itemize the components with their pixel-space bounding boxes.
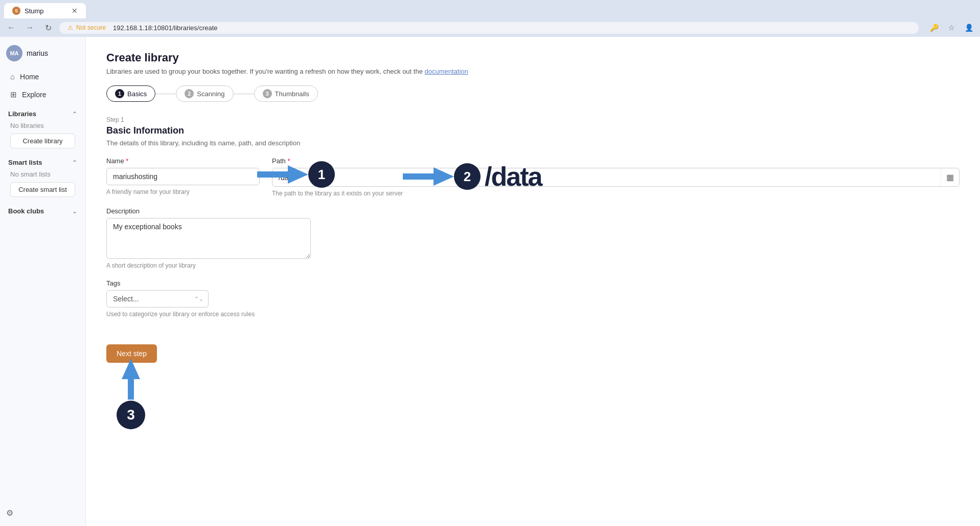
forward-button[interactable]: → bbox=[22, 20, 37, 35]
browser-icons: 🔑 ☆ 👤 bbox=[927, 20, 976, 35]
libraries-section-title: Libraries bbox=[8, 110, 36, 118]
name-required-star: * bbox=[126, 157, 128, 165]
step-1-number: 1 bbox=[115, 89, 124, 98]
step-2-label: Scanning bbox=[197, 90, 224, 98]
libraries-empty-text: No libraries bbox=[6, 120, 79, 132]
browser-chrome: S Stump ✕ ← → ↻ ⚠ Not secure 192.168.1.1… bbox=[0, 0, 980, 37]
app-layout: MA marius ⌂ Home ⊞ Explore Libraries ⌃ N… bbox=[0, 37, 980, 526]
description-form-group: Description My exceptional books A short… bbox=[106, 207, 960, 269]
browser-tab[interactable]: S Stump ✕ bbox=[4, 3, 86, 18]
security-icon: ⚠ bbox=[67, 24, 73, 31]
create-smart-list-button[interactable]: Create smart list bbox=[10, 182, 75, 197]
password-icon-btn[interactable]: 🔑 bbox=[927, 20, 941, 35]
tags-select-wrapper: Select... bbox=[106, 290, 209, 308]
settings-icon[interactable]: ⚙ bbox=[0, 504, 85, 522]
sidebar-book-clubs-section: Book clubs ⌄ bbox=[0, 201, 85, 219]
tab-favicon: S bbox=[12, 7, 20, 15]
step-3-number: 3 bbox=[263, 89, 272, 98]
smart-lists-section-header[interactable]: Smart lists ⌃ bbox=[6, 157, 79, 168]
book-clubs-section-header[interactable]: Book clubs ⌄ bbox=[6, 205, 79, 217]
step-3-label: Thumbnails bbox=[275, 90, 309, 98]
book-clubs-section-title: Book clubs bbox=[8, 207, 44, 215]
next-step-button[interactable]: Next step bbox=[106, 344, 157, 363]
url-text: 192.168.1.18:10801/libraries/create bbox=[113, 24, 218, 32]
name-label: Name * bbox=[106, 157, 260, 165]
description-textarea[interactable]: My exceptional books bbox=[106, 218, 311, 259]
libraries-chevron-icon: ⌃ bbox=[72, 111, 77, 118]
main-content: Create library Libraries are used to gro… bbox=[86, 37, 980, 526]
name-hint: A friendly name for your library bbox=[106, 188, 260, 195]
annotation-circle-3: 3 bbox=[117, 401, 145, 429]
reload-button[interactable]: ↻ bbox=[41, 20, 55, 35]
form-step-label: Step 1 bbox=[106, 116, 960, 123]
tags-label: Tags bbox=[106, 279, 960, 287]
address-bar: ← → ↻ ⚠ Not secure 192.168.1.18:10801/li… bbox=[0, 18, 980, 37]
step-connector-1 bbox=[155, 94, 176, 94]
tags-hint: Used to categorize your library or enfor… bbox=[106, 311, 960, 318]
page-subtitle: Libraries are used to group your books t… bbox=[106, 68, 960, 75]
smart-lists-section-title: Smart lists bbox=[8, 159, 42, 166]
avatar: MA bbox=[6, 45, 22, 61]
tab-title: Stump bbox=[25, 7, 44, 15]
step-thumbnails[interactable]: 3 Thumbnails bbox=[254, 85, 318, 102]
sidebar-libraries-section: Libraries ⌃ No libraries Create library bbox=[0, 104, 85, 152]
sidebar-item-home-label: Home bbox=[20, 73, 39, 81]
step-scanning[interactable]: 2 Scanning bbox=[176, 85, 233, 102]
step-connector-2 bbox=[234, 94, 254, 94]
address-input-bar[interactable]: ⚠ Not secure 192.168.1.18:10801/librarie… bbox=[59, 22, 919, 34]
step-basics[interactable]: 1 Basics bbox=[106, 85, 155, 102]
name-input[interactable] bbox=[106, 168, 260, 185]
steps-bar: 1 Basics 2 Scanning 3 Thumbnails bbox=[106, 85, 960, 102]
path-hint: The path to the library as it exists on … bbox=[272, 190, 960, 197]
page-title: Create library bbox=[106, 51, 960, 64]
book-clubs-chevron-icon: ⌄ bbox=[72, 208, 77, 215]
tags-select[interactable]: Select... bbox=[106, 290, 209, 308]
explore-icon: ⊞ bbox=[10, 90, 17, 99]
description-label: Description bbox=[106, 207, 960, 215]
back-button[interactable]: ← bbox=[4, 20, 18, 35]
sidebar: MA marius ⌂ Home ⊞ Explore Libraries ⌃ N… bbox=[0, 37, 86, 526]
form-section-title: Basic Information bbox=[106, 125, 960, 136]
tab-bar: S Stump ✕ bbox=[0, 0, 980, 18]
smart-lists-chevron-icon: ⌃ bbox=[72, 159, 77, 166]
svg-marker-2 bbox=[122, 359, 140, 400]
create-library-button[interactable]: Create library bbox=[10, 134, 75, 148]
sidebar-user[interactable]: MA marius bbox=[0, 41, 85, 65]
path-form-group: Path * ▦ The path to the library as it e… bbox=[272, 157, 960, 197]
name-path-row: Name * A friendly name for your library … bbox=[106, 157, 960, 197]
sidebar-item-explore[interactable]: ⊞ Explore bbox=[2, 86, 83, 103]
tags-form-group: Tags Select... Used to categorize your l… bbox=[106, 279, 960, 318]
sidebar-item-explore-label: Explore bbox=[22, 91, 46, 99]
bookmark-icon-btn[interactable]: ☆ bbox=[944, 20, 959, 35]
smart-lists-empty-text: No smart lists bbox=[6, 168, 79, 180]
tab-close-button[interactable]: ✕ bbox=[72, 7, 78, 15]
subtitle-link[interactable]: documentation bbox=[425, 68, 468, 75]
form-section-desc: The details of this library, including i… bbox=[106, 139, 960, 147]
security-label: Not secure bbox=[76, 24, 106, 31]
path-browse-button[interactable]: ▦ bbox=[941, 168, 959, 186]
home-icon: ⌂ bbox=[10, 72, 15, 81]
next-step-area: Next step 3 bbox=[106, 336, 157, 363]
path-label: Path * bbox=[272, 157, 960, 165]
libraries-section-header[interactable]: Libraries ⌃ bbox=[6, 108, 79, 120]
step-2-number: 2 bbox=[185, 89, 194, 98]
description-hint: A short description of your library bbox=[106, 262, 960, 269]
sidebar-item-home[interactable]: ⌂ Home bbox=[2, 68, 83, 85]
profile-icon-btn[interactable]: 👤 bbox=[962, 20, 976, 35]
step-1-label: Basics bbox=[127, 90, 147, 98]
path-input-wrapper: ▦ bbox=[272, 168, 960, 187]
sidebar-smart-lists-section: Smart lists ⌃ No smart lists Create smar… bbox=[0, 152, 85, 201]
path-required-star: * bbox=[287, 157, 290, 165]
arrow-3-svg bbox=[120, 359, 142, 400]
username-label: marius bbox=[27, 49, 48, 57]
name-form-group: Name * A friendly name for your library bbox=[106, 157, 260, 197]
path-input[interactable] bbox=[272, 169, 941, 186]
